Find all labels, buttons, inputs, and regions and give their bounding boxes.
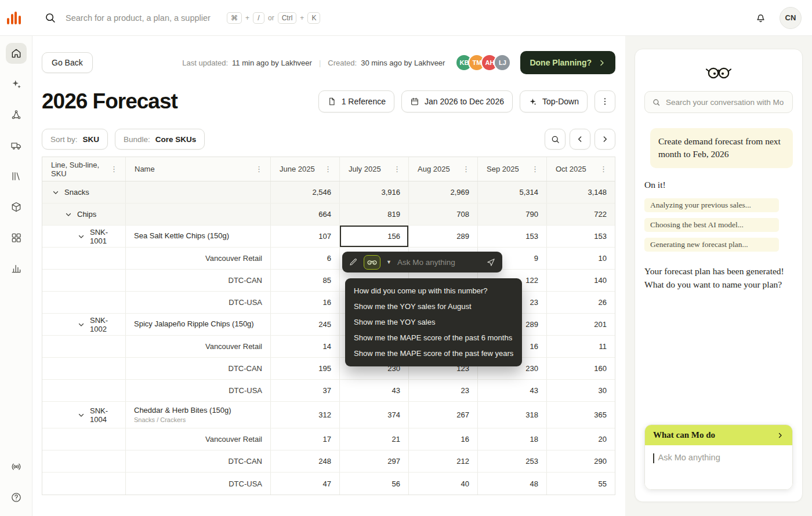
cell-value[interactable]: 3,148 bbox=[547, 181, 615, 203]
cell-value[interactable]: 790 bbox=[478, 204, 547, 225]
cell-value[interactable]: 2,546 bbox=[271, 181, 340, 203]
what-can-mo-do-button[interactable]: What can Mo do bbox=[645, 425, 792, 445]
cell-value[interactable]: 212 bbox=[409, 450, 478, 472]
cell-value[interactable]: 2,969 bbox=[409, 181, 478, 203]
cell-value[interactable]: 20 bbox=[547, 428, 615, 450]
chevron-down-icon[interactable] bbox=[78, 233, 85, 240]
sidebar-item-help[interactable] bbox=[6, 487, 27, 508]
cell-value[interactable]: 365 bbox=[547, 402, 615, 428]
cell-value[interactable]: 153 bbox=[547, 226, 615, 247]
sidebar-item-chart[interactable] bbox=[6, 258, 27, 279]
cell-value[interactable]: 819 bbox=[340, 204, 409, 225]
cell-value[interactable]: 56 bbox=[340, 473, 409, 495]
suggestion-item[interactable]: Show me the MAPE score of the past few y… bbox=[345, 346, 522, 362]
sidebar-item-sparkles[interactable] bbox=[6, 74, 27, 95]
done-planning-button[interactable]: Done Planning? bbox=[520, 51, 615, 74]
sort-by-pill[interactable]: Sort by: SKU bbox=[42, 129, 108, 150]
sidebar-item-library[interactable] bbox=[6, 166, 27, 187]
sidebar-item-molecule[interactable] bbox=[6, 104, 27, 125]
cell-value[interactable]: 43 bbox=[340, 380, 409, 401]
cell-value[interactable]: 55 bbox=[547, 473, 615, 495]
sidebar-item-modules[interactable] bbox=[6, 227, 27, 248]
cell-value[interactable]: 201 bbox=[547, 314, 615, 335]
bundle-pill[interactable]: Bundle: Core SKUs bbox=[115, 129, 205, 150]
notifications-bell-icon[interactable] bbox=[755, 12, 767, 24]
method-button[interactable]: Top-Down bbox=[520, 90, 588, 112]
table-search-button[interactable] bbox=[545, 129, 566, 150]
cell-value[interactable]: 14 bbox=[271, 336, 340, 357]
collaborator-avatar-lj[interactable]: LJ bbox=[494, 54, 511, 71]
cell-value[interactable]: 85 bbox=[271, 270, 340, 291]
next-period-button[interactable] bbox=[594, 129, 615, 150]
chevron-down-icon[interactable] bbox=[78, 321, 85, 328]
chevron-down-icon[interactable] bbox=[78, 412, 85, 419]
cell-value[interactable]: 253 bbox=[478, 450, 547, 472]
cell-value[interactable]: 18 bbox=[478, 428, 547, 450]
cell-value[interactable]: 374 bbox=[340, 402, 409, 428]
cell-value[interactable]: 16 bbox=[271, 292, 340, 313]
cell-value[interactable]: 47 bbox=[271, 473, 340, 495]
cell-value[interactable]: 11 bbox=[547, 336, 615, 357]
cell-value[interactable]: 23 bbox=[409, 380, 478, 401]
suggestion-item[interactable]: How did you come up with this number? bbox=[345, 284, 522, 299]
cell-value[interactable]: 245 bbox=[271, 314, 340, 335]
send-icon[interactable] bbox=[486, 257, 496, 267]
column-menu-icon[interactable]: ⋮ bbox=[461, 165, 472, 173]
cell-value[interactable]: 156 bbox=[340, 226, 409, 247]
cell-value[interactable]: 40 bbox=[409, 473, 478, 495]
cell-value[interactable]: 297 bbox=[340, 450, 409, 472]
caret-down-icon[interactable]: ▼ bbox=[386, 259, 392, 265]
chevron-down-icon[interactable] bbox=[65, 211, 72, 218]
suggestion-item[interactable]: Show me the YOY sales for August bbox=[345, 299, 522, 315]
cell-value[interactable]: 160 bbox=[547, 358, 615, 379]
column-menu-icon[interactable]: ⋮ bbox=[253, 165, 264, 173]
cell-value[interactable]: 26 bbox=[547, 292, 615, 313]
cell-value[interactable]: 6 bbox=[271, 248, 340, 269]
cell-value[interactable]: 30 bbox=[547, 380, 615, 401]
cell-value[interactable]: 722 bbox=[547, 204, 615, 225]
suggestion-item[interactable]: Show me the MAPE score of the past 6 mon… bbox=[345, 330, 522, 346]
cell-value[interactable]: 3,916 bbox=[340, 181, 409, 203]
cell-value[interactable]: 10 bbox=[547, 248, 615, 269]
cell-value[interactable]: 248 bbox=[271, 450, 340, 472]
cell-value[interactable]: 43 bbox=[478, 380, 547, 401]
cell-popup-input[interactable]: Ask Mo anything bbox=[397, 258, 480, 267]
chevron-down-icon[interactable] bbox=[52, 189, 59, 196]
cell-value[interactable]: 312 bbox=[271, 402, 340, 428]
mo-search-input[interactable]: Search your conversation with Mo bbox=[644, 91, 793, 113]
reference-button[interactable]: 1 Reference bbox=[318, 90, 394, 112]
column-menu-icon[interactable]: ⋮ bbox=[598, 165, 609, 173]
cell-value[interactable]: 5,314 bbox=[478, 181, 547, 203]
suggestion-item[interactable]: Show me the YOY sales bbox=[345, 315, 522, 330]
cell-value[interactable]: 140 bbox=[547, 270, 615, 291]
cell-value[interactable]: 664 bbox=[271, 204, 340, 225]
more-options-button[interactable] bbox=[594, 90, 615, 112]
cell-value[interactable]: 16 bbox=[409, 428, 478, 450]
global-search[interactable]: Search for a product, a plan, a supplier… bbox=[44, 12, 320, 24]
mo-chat-input[interactable]: Ask Mo anything bbox=[645, 445, 792, 489]
cell-value[interactable]: 708 bbox=[409, 204, 478, 225]
go-back-button[interactable]: Go Back bbox=[42, 52, 93, 73]
sidebar-item-broadcast[interactable] bbox=[6, 456, 27, 477]
edit-pencil-icon[interactable] bbox=[349, 257, 358, 267]
prev-period-button[interactable] bbox=[570, 129, 590, 150]
cell-value[interactable]: 37 bbox=[271, 380, 340, 401]
column-menu-icon[interactable]: ⋮ bbox=[108, 165, 119, 173]
cell-value[interactable]: 21 bbox=[340, 428, 409, 450]
sidebar-item-truck[interactable] bbox=[6, 135, 27, 156]
cell-value[interactable]: 267 bbox=[409, 402, 478, 428]
cell-value[interactable]: 17 bbox=[271, 428, 340, 450]
column-menu-icon[interactable]: ⋮ bbox=[530, 165, 541, 173]
user-avatar[interactable]: CN bbox=[780, 7, 802, 29]
sidebar-item-home[interactable] bbox=[6, 43, 27, 64]
cell-value[interactable]: 195 bbox=[271, 358, 340, 379]
cell-value[interactable]: 107 bbox=[271, 226, 340, 247]
sidebar-item-package[interactable] bbox=[6, 197, 27, 217]
cell-value[interactable]: 289 bbox=[409, 226, 478, 247]
cell-value[interactable]: 318 bbox=[478, 402, 547, 428]
cell-value[interactable]: 48 bbox=[478, 473, 547, 495]
cell-value[interactable]: 153 bbox=[478, 226, 547, 247]
brand-logo[interactable] bbox=[6, 10, 22, 26]
column-menu-icon[interactable]: ⋮ bbox=[322, 165, 334, 173]
date-range-button[interactable]: Jan 2026 to Dec 2026 bbox=[401, 90, 513, 112]
